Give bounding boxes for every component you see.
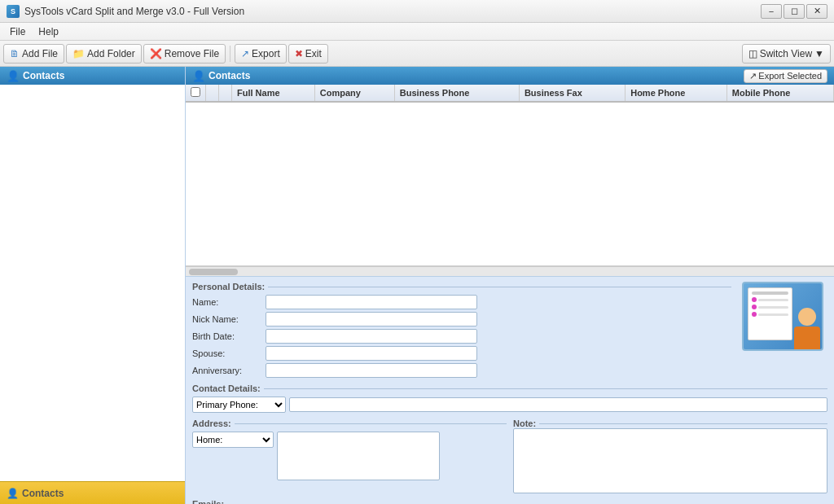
toolbar-separator: [230, 46, 230, 62]
contacts-header-left: 👤 Contacts: [192, 70, 250, 82]
note-textarea[interactable]: [513, 428, 827, 493]
col-fullname[interactable]: Full Name: [232, 85, 315, 102]
sidebar: 👤 Contacts 👤 Contacts: [0, 67, 186, 504]
export-selected-label: Export Selected: [758, 71, 822, 81]
bottom-sections: Address: Home: Work: Other: Note:: [192, 419, 827, 496]
menu-file[interactable]: File: [3, 24, 32, 39]
col-home-phone[interactable]: Home Phone: [626, 85, 727, 102]
details-layout: Personal Details: Name: Nick Name: Birth…: [192, 282, 827, 380]
email-legend: Emails:: [192, 499, 827, 504]
sidebar-footer-label: Contacts: [22, 488, 64, 499]
anniversary-label: Anniversary:: [192, 366, 266, 375]
email-section: Emails:: [192, 499, 827, 504]
sidebar-footer-button[interactable]: 👤 Contacts: [0, 481, 185, 504]
col-icon2: [219, 85, 232, 102]
col-business-fax[interactable]: Business Fax: [519, 85, 625, 102]
contact-details-legend: Contact Details:: [192, 383, 827, 393]
personal-details-section: Personal Details: Name: Nick Name: Birth…: [192, 282, 731, 380]
phone-type-select[interactable]: Primary Phone: Home Phone: Work Phone: M…: [192, 397, 286, 413]
contacts-table: Full Name Company Business Phone Busines…: [186, 85, 834, 103]
add-file-label: Add File: [22, 48, 58, 59]
sidebar-contacts-icon: 👤: [7, 70, 20, 82]
add-folder-icon: 📁: [72, 48, 85, 59]
contacts-icon: 👤: [192, 70, 205, 82]
address-section: Address: Home: Work: Other:: [192, 419, 507, 496]
name-input[interactable]: [266, 295, 477, 309]
col-icon1: [206, 85, 219, 102]
export-selected-button[interactable]: ↗ Export Selected: [744, 69, 827, 83]
horizontal-scrollbar[interactable]: [186, 266, 834, 276]
address-legend: Address:: [192, 419, 507, 428]
add-folder-button[interactable]: 📁 Add Folder: [66, 44, 142, 64]
phone-value-input[interactable]: [289, 397, 827, 412]
title-bar: S SysTools vCard Split and Merge v3.0 - …: [0, 0, 834, 23]
nickname-input[interactable]: [266, 312, 477, 327]
sidebar-header: 👤 Contacts: [0, 67, 185, 85]
birthdate-label: Birth Date:: [192, 331, 266, 341]
export-icon: ↗: [241, 48, 249, 59]
anniversary-input[interactable]: [266, 363, 477, 378]
add-file-icon: 🗎: [10, 48, 20, 59]
avatar-card: [748, 287, 792, 340]
avatar-person: [794, 308, 820, 349]
scrollbar-thumb[interactable]: [189, 269, 238, 275]
main-layout: 👤 Contacts 👤 Contacts 👤 Contacts ↗ Expor…: [0, 67, 834, 504]
note-legend: Note:: [513, 419, 827, 428]
content-area: 👤 Contacts ↗ Export Selected Full Name C…: [186, 67, 834, 504]
anniversary-row: Anniversary:: [192, 363, 731, 378]
restore-button[interactable]: ◻: [784, 4, 805, 19]
app-icon: S: [7, 5, 20, 18]
col-business-phone[interactable]: Business Phone: [394, 85, 519, 102]
remove-file-icon: ❌: [150, 48, 162, 59]
contact-details-section: Contact Details: Primary Phone: Home Pho…: [192, 383, 827, 415]
nickname-row: Nick Name:: [192, 312, 731, 327]
switch-view-icon: ◫: [748, 48, 757, 59]
switch-view-arrow: ▼: [814, 48, 824, 59]
spouse-label: Spouse:: [192, 348, 266, 358]
contact-avatar-section: [738, 282, 827, 380]
add-file-button[interactable]: 🗎 Add File: [3, 44, 64, 64]
exit-label: Exit: [305, 48, 322, 59]
address-textarea[interactable]: [277, 432, 440, 480]
menu-bar: File Help: [0, 23, 834, 41]
sidebar-content[interactable]: [0, 85, 185, 481]
close-button[interactable]: ✕: [806, 4, 827, 19]
window-controls: − ◻ ✕: [761, 4, 827, 19]
select-all-checkbox[interactable]: [191, 87, 200, 97]
spouse-row: Spouse:: [192, 346, 731, 361]
col-company[interactable]: Company: [314, 85, 394, 102]
exit-button[interactable]: ✖ Exit: [288, 44, 328, 64]
person-body: [794, 327, 820, 349]
sidebar-footer-icon: 👤: [7, 488, 19, 499]
contacts-table-wrapper[interactable]: Full Name Company Business Phone Busines…: [186, 85, 834, 266]
window-title: SysTools vCard Split and Merge v3.0 - Fu…: [24, 6, 244, 17]
switch-view-label: Switch View: [760, 48, 812, 59]
name-row: Name:: [192, 295, 731, 309]
contact-details-row: Primary Phone: Home Phone: Work Phone: M…: [192, 397, 827, 413]
birthdate-input[interactable]: [266, 329, 477, 344]
birthdate-row: Birth Date:: [192, 329, 731, 344]
switch-view-button[interactable]: ◫ Switch View ▼: [742, 44, 831, 64]
export-button[interactable]: ↗ Export: [235, 44, 287, 64]
minimize-button[interactable]: −: [761, 4, 782, 19]
contacts-title: Contacts: [208, 70, 250, 81]
menu-help[interactable]: Help: [32, 24, 65, 39]
sidebar-header-label: Contacts: [23, 70, 64, 81]
note-section: Note:: [513, 419, 827, 496]
toolbar: 🗎 Add File 📁 Add Folder ❌ Remove File ↗ …: [0, 41, 834, 67]
export-selected-icon: ↗: [749, 71, 757, 81]
spouse-input[interactable]: [266, 346, 477, 361]
details-pane: Personal Details: Name: Nick Name: Birth…: [186, 276, 834, 504]
name-label: Name:: [192, 297, 266, 307]
col-mobile-phone[interactable]: Mobile Phone: [726, 85, 833, 102]
address-type-select[interactable]: Home: Work: Other:: [192, 432, 274, 448]
person-head: [798, 308, 816, 326]
export-label: Export: [252, 48, 280, 59]
nickname-label: Nick Name:: [192, 314, 266, 324]
contacts-header: 👤 Contacts ↗ Export Selected: [186, 67, 834, 85]
remove-file-label: Remove File: [165, 48, 219, 59]
remove-file-button[interactable]: ❌ Remove File: [143, 44, 226, 64]
col-checkbox[interactable]: [186, 85, 206, 102]
personal-details-legend: Personal Details:: [192, 282, 731, 291]
contact-avatar: [742, 282, 823, 351]
